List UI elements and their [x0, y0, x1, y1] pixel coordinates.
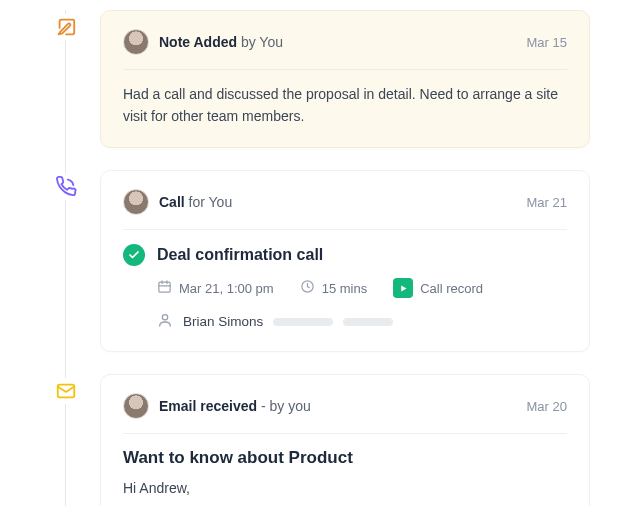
- email-date: Mar 20: [527, 399, 567, 414]
- email-card[interactable]: Email received - by you Mar 20 Want to k…: [100, 374, 590, 506]
- email-header-title: Email received - by you: [159, 398, 517, 414]
- person-icon: [157, 312, 173, 331]
- svg-point-6: [162, 315, 167, 320]
- note-card[interactable]: Note Added by You Mar 15 Had a call and …: [100, 10, 590, 148]
- calendar-icon: [157, 279, 172, 297]
- activity-item-note: Note Added by You Mar 15 Had a call and …: [50, 10, 590, 148]
- avatar: [123, 393, 149, 419]
- email-card-header: Email received - by you Mar 20: [123, 393, 567, 434]
- svg-rect-0: [159, 283, 170, 293]
- phone-icon: [53, 174, 79, 200]
- call-datetime-group: Mar 21, 1:00 pm: [157, 279, 274, 297]
- clock-icon: [300, 279, 315, 297]
- call-contact-name: Brian Simons: [183, 314, 263, 329]
- play-icon[interactable]: [393, 278, 413, 298]
- email-header-tail: - by you: [257, 398, 311, 414]
- call-record-group[interactable]: Call record: [393, 278, 483, 298]
- call-card-header: Call for You Mar 21: [123, 189, 567, 230]
- email-greeting: Hi Andrew,: [123, 480, 567, 496]
- note-header-title: Note Added by You: [159, 34, 517, 50]
- note-body: Had a call and discussed the proposal in…: [123, 84, 567, 127]
- call-contact-row: Brian Simons: [123, 312, 567, 331]
- note-card-header: Note Added by You Mar 15: [123, 29, 567, 70]
- call-meta-row: Mar 21, 1:00 pm 15 mins Call record: [123, 278, 567, 298]
- call-duration: 15 mins: [322, 281, 368, 296]
- note-header-main: Note Added: [159, 34, 237, 50]
- svg-marker-5: [401, 285, 406, 291]
- call-title-row: Deal confirmation call: [123, 244, 567, 266]
- avatar: [123, 189, 149, 215]
- email-subject: Want to know about Product: [123, 448, 567, 468]
- call-header-main: Call: [159, 194, 185, 210]
- call-card[interactable]: Call for You Mar 21 Deal confirmation ca…: [100, 170, 590, 352]
- call-duration-group: 15 mins: [300, 279, 368, 297]
- placeholder-bar: [273, 318, 333, 326]
- call-date: Mar 21: [527, 195, 567, 210]
- call-header-title: Call for You: [159, 194, 517, 210]
- avatar: [123, 29, 149, 55]
- mail-icon: [53, 378, 79, 404]
- call-record-label: Call record: [420, 281, 483, 296]
- activity-item-call: Call for You Mar 21 Deal confirmation ca…: [50, 170, 590, 352]
- note-date: Mar 15: [527, 35, 567, 50]
- note-header-tail: by You: [237, 34, 283, 50]
- placeholder-bar: [343, 318, 393, 326]
- email-header-main: Email received: [159, 398, 257, 414]
- call-header-tail: for You: [185, 194, 233, 210]
- activity-feed: Note Added by You Mar 15 Had a call and …: [0, 0, 620, 506]
- call-title: Deal confirmation call: [157, 246, 323, 264]
- activity-item-email: Email received - by you Mar 20 Want to k…: [50, 374, 590, 506]
- note-icon: [53, 14, 79, 40]
- call-datetime: Mar 21, 1:00 pm: [179, 281, 274, 296]
- check-icon: [123, 244, 145, 266]
